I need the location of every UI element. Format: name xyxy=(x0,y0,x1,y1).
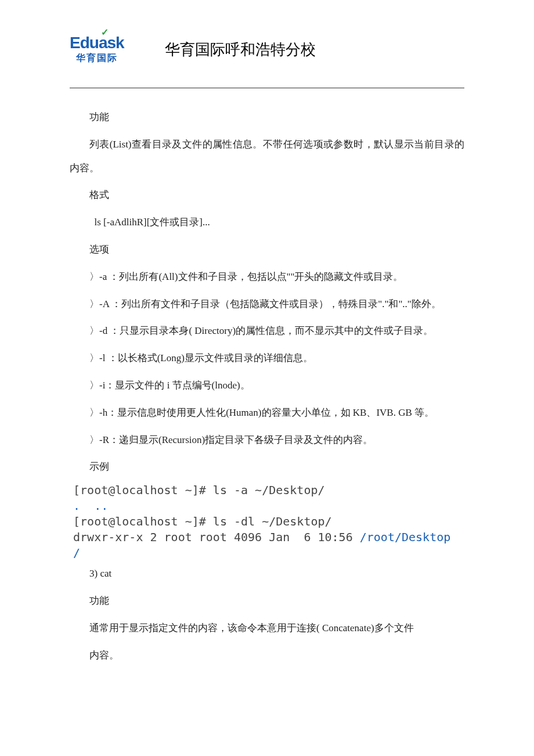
heading-cat: 3) cat xyxy=(70,562,464,586)
logo-prefix: Edu xyxy=(70,34,99,52)
brand-logo: Edua✓sk 华育国际 xyxy=(70,35,124,64)
paragraph-cat-desc-1: 通常用于显示指定文件的内容，该命令本意用于连接( Concatenate)多个文… xyxy=(70,617,464,640)
logo-suffix: sk xyxy=(107,34,124,52)
term-line-3: [root@localhost ~]# ls -dl ~/Desktop/ xyxy=(66,514,332,528)
option-big-a: 〉-A ：列出所有文件和子目录（包括隐藏文件或目录），特殊目录"."和".."除… xyxy=(70,293,464,316)
heading-options: 选项 xyxy=(70,238,464,262)
term-line-5: / xyxy=(66,546,80,560)
option-a: 〉-a ：列出所有(All)文件和子目录，包括以点""开头的隐藏文件或目录。 xyxy=(70,265,464,289)
divider-line xyxy=(70,88,464,88)
code-ls-syntax: ls [-aAdlihR][文件或目录]... xyxy=(70,211,464,235)
check-icon: ✓ xyxy=(101,28,108,37)
logo-accent: a✓ xyxy=(99,34,107,52)
term-line-4-path: /root/Desktop xyxy=(360,530,451,544)
paragraph-ls-desc: 列表(List)查看目录及文件的属性信息。不带任何选项或参数时，默认显示当前目录… xyxy=(70,133,464,181)
logo-top-text: Edua✓sk xyxy=(70,35,124,51)
terminal-output: [root@localhost ~]# ls -a ~/Desktop/ . .… xyxy=(66,483,464,561)
heading-example: 示例 xyxy=(70,455,464,479)
option-h: 〉-h：显示信息时使用更人性化(Human)的容量大小单位，如 KB、IVB. … xyxy=(70,401,464,425)
paragraph-cat-desc-2: 内容。 xyxy=(70,644,464,668)
option-d: 〉-d ：只显示目录本身( Directory)的属性信息，而不显示其中的文件或… xyxy=(70,319,464,343)
heading-format: 格式 xyxy=(70,183,464,207)
term-line-2-dirs: . .. xyxy=(73,499,108,513)
document-header: Edua✓sk 华育国际 华育国际呼和浩特分校 xyxy=(70,35,464,64)
term-line-4-perm: drwxr-xr-x 2 root root 4096 Jan 6 10:56 xyxy=(66,530,360,544)
document-body: 功能 列表(List)查看目录及文件的属性信息。不带任何选项或参数时，默认显示当… xyxy=(70,106,464,667)
term-line-1: [root@localhost ~]# ls -a ~/Desktop/ xyxy=(66,483,325,497)
option-i: 〉-i：显示文件的 i 节点编号(lnode)。 xyxy=(70,374,464,398)
option-big-r: 〉-R：递归显示(Recursion)指定目录下各级子目录及文件的内容。 xyxy=(70,429,464,452)
logo-bottom-text: 华育国际 xyxy=(76,52,118,64)
option-l: 〉-l ：以长格式(Long)显示文件或目录的详细信息。 xyxy=(70,347,464,370)
heading-cat-function: 功能 xyxy=(70,589,464,613)
heading-function: 功能 xyxy=(70,106,464,129)
page-title: 华育国际呼和浩特分校 xyxy=(165,39,316,60)
